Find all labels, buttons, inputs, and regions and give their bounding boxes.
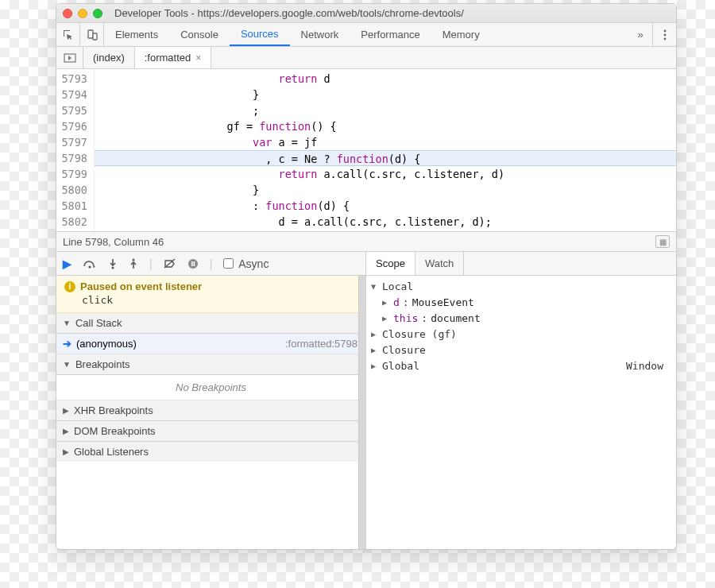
window-controls — [63, 9, 102, 18]
global-listeners-header[interactable]: ▶ Global Listeners — [56, 442, 365, 462]
line-number[interactable]: 5801 — [61, 198, 87, 214]
line-number[interactable]: 5802 — [61, 214, 87, 230]
panel-tab-performance[interactable]: Performance — [350, 23, 431, 46]
step-over-icon[interactable] — [83, 258, 97, 269]
xhr-breakpoints-header[interactable]: ▶ XHR Breakpoints — [56, 400, 365, 421]
code-line: d = a.call(c.src, c.listener, d); — [95, 214, 676, 230]
line-gutter: 5793579457955796579757985799580058015802 — [56, 69, 95, 231]
scope-closure[interactable]: ▶Closure — [371, 342, 671, 358]
line-number[interactable]: 5798 — [61, 150, 87, 166]
coverage-toggle-icon[interactable]: ▦ — [655, 235, 670, 248]
scope-local[interactable]: ▼Local — [371, 279, 671, 295]
file-tabbar: (index):formatted× — [56, 47, 676, 69]
step-into-icon[interactable] — [108, 258, 118, 269]
async-checkbox[interactable]: Async — [223, 257, 269, 270]
scope-global[interactable]: ▶GlobalWindow — [371, 358, 671, 374]
scope-pane: ScopeWatch ▼Local▶d: MouseEvent▶this: do… — [366, 252, 676, 549]
chevron-right-icon: ▶ — [63, 406, 69, 415]
breakpoints-label: Breakpoints — [75, 358, 130, 370]
callstack-section-header[interactable]: ▼ Call Stack — [56, 313, 365, 334]
svg-point-10 — [188, 259, 198, 269]
svg-rect-1 — [93, 33, 97, 40]
scope-var[interactable]: ▶this: document — [371, 311, 671, 327]
line-number[interactable]: 5796 — [61, 118, 87, 134]
zoom-window-button[interactable] — [93, 9, 102, 18]
close-window-button[interactable] — [63, 9, 72, 18]
debugger-left-pane: ▶ | | Async — [56, 252, 366, 549]
pause-exceptions-icon[interactable] — [187, 258, 199, 269]
code-editor[interactable]: 5793579457955796579757985799580058015802… — [56, 69, 676, 231]
line-number[interactable]: 5794 — [61, 87, 87, 103]
line-number[interactable]: 5799 — [61, 166, 87, 182]
resume-icon[interactable]: ▶ — [63, 257, 72, 270]
dom-breakpoints-header[interactable]: ▶ DOM Breakpoints — [56, 421, 365, 442]
chevron-down-icon: ▼ — [63, 319, 71, 327]
code-line: } — [95, 182, 676, 198]
panel-tabbar: ElementsConsoleSourcesNetworkPerformance… — [56, 23, 676, 47]
callstack-frame[interactable]: ➔(anonymous):formatted:5798 — [56, 334, 365, 354]
no-breakpoints-message: No Breakpoints — [56, 375, 365, 400]
svg-point-6 — [88, 265, 91, 268]
cursor-position: Line 5798, Column 46 — [63, 236, 164, 248]
code-line: return d — [95, 71, 676, 87]
panel-tab-sources[interactable]: Sources — [230, 23, 290, 46]
paused-banner: i Paused on event listener click — [56, 276, 365, 313]
svg-point-3 — [663, 33, 666, 36]
paused-detail: click — [64, 294, 358, 306]
minimize-window-button[interactable] — [78, 9, 87, 18]
file-tab[interactable]: (index) — [83, 47, 135, 68]
deactivate-breakpoints-icon[interactable] — [164, 258, 176, 269]
editor-statusbar: Line 5798, Column 46 ▦ — [56, 231, 676, 252]
chevron-right-icon: ▶ — [63, 447, 69, 456]
scope-var[interactable]: ▶d: MouseEvent — [371, 295, 671, 311]
svg-rect-0 — [88, 30, 93, 38]
info-icon: i — [64, 281, 75, 292]
svg-point-8 — [133, 258, 135, 261]
dom-breakpoints-label: DOM Breakpoints — [74, 425, 156, 437]
panel-tab-elements[interactable]: Elements — [104, 23, 169, 46]
svg-rect-12 — [193, 261, 195, 266]
code-line: , c = Ne ? function(d) { — [95, 150, 676, 166]
devtools-window: Developer Tools - https://developers.goo… — [56, 3, 677, 550]
scope-tab-scope[interactable]: Scope — [366, 252, 415, 275]
kebab-menu-icon[interactable] — [652, 23, 676, 46]
line-number[interactable]: 5793 — [61, 71, 87, 87]
show-navigator-icon[interactable] — [56, 47, 83, 68]
titlebar: Developer Tools - https://developers.goo… — [56, 4, 676, 23]
paused-title: Paused on event listener — [80, 280, 202, 292]
debugger-split: ▶ | | Async — [56, 252, 676, 549]
code-line: ; — [95, 103, 676, 118]
code-line: gf = function() { — [95, 118, 676, 134]
scope-tabbar: ScopeWatch — [366, 252, 676, 276]
scope-tree[interactable]: ▼Local▶d: MouseEvent▶this: document▶Clos… — [366, 276, 676, 377]
code-line: var a = jf — [95, 134, 676, 150]
inspect-element-icon[interactable] — [56, 23, 80, 46]
chevron-down-icon: ▼ — [63, 360, 71, 369]
line-number[interactable]: 5800 — [61, 182, 87, 198]
code-line: return a.call(c.src, c.listener, d) — [95, 166, 676, 182]
svg-point-4 — [663, 37, 666, 40]
panel-tab-network[interactable]: Network — [290, 23, 350, 46]
line-number[interactable]: 5795 — [61, 103, 87, 118]
code-line: : function(d) { — [95, 198, 676, 214]
chevron-right-icon: ▶ — [63, 427, 69, 435]
device-toolbar-icon[interactable] — [80, 23, 104, 46]
code-lines: return d } ; gf = function() { var a = j… — [95, 69, 676, 231]
file-tab-label: :formatted — [145, 52, 191, 64]
more-tabs-icon[interactable]: » — [628, 23, 652, 46]
svg-point-7 — [112, 266, 114, 269]
global-listeners-label: Global Listeners — [74, 446, 149, 458]
step-out-icon[interactable] — [129, 258, 138, 269]
line-number[interactable]: 5797 — [61, 134, 87, 150]
xhr-breakpoints-label: XHR Breakpoints — [74, 404, 153, 416]
panel-tab-console[interactable]: Console — [169, 23, 230, 46]
svg-point-2 — [663, 29, 666, 32]
breakpoints-section-header[interactable]: ▼ Breakpoints — [56, 354, 365, 375]
file-tab-label: (index) — [93, 52, 125, 64]
close-icon[interactable]: × — [195, 52, 201, 64]
scope-closure[interactable]: ▶Closure (gf) — [371, 327, 671, 342]
scope-tab-watch[interactable]: Watch — [415, 252, 464, 275]
async-label: Async — [238, 257, 269, 270]
panel-tab-memory[interactable]: Memory — [431, 23, 491, 46]
file-tab[interactable]: :formatted× — [135, 47, 212, 68]
